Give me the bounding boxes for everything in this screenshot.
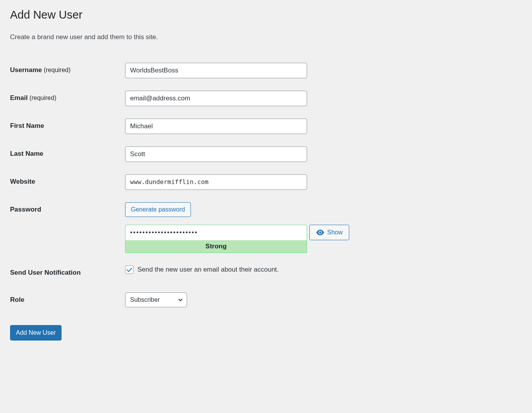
email-input[interactable]: [125, 91, 307, 106]
last-name-input[interactable]: [125, 146, 307, 162]
username-label: Username (required): [10, 57, 125, 84]
send-notification-text: Send the new user an email about their a…: [137, 266, 279, 274]
send-notification-label: Send User Notification: [10, 259, 125, 286]
last-name-label: Last Name: [10, 140, 125, 168]
page-description: Create a brand new user and add them to …: [10, 33, 522, 41]
role-label: Role: [10, 286, 125, 313]
send-notification-checkbox[interactable]: [125, 265, 134, 274]
show-password-button[interactable]: Show: [309, 225, 349, 240]
username-input[interactable]: [125, 63, 307, 78]
password-strength-indicator: Strong: [125, 240, 307, 253]
eye-icon: [316, 229, 324, 236]
email-label: Email (required): [10, 84, 125, 112]
website-label: Website: [10, 168, 125, 196]
role-select[interactable]: Subscriber: [125, 293, 187, 307]
username-required: (required): [44, 67, 70, 73]
password-input[interactable]: [125, 225, 307, 240]
user-form-table: Username (required) Email (required) Fir…: [10, 57, 522, 313]
first-name-input[interactable]: [125, 119, 307, 134]
password-label: Password: [10, 196, 125, 259]
first-name-label: First Name: [10, 112, 125, 140]
add-new-user-button[interactable]: Add New User: [10, 325, 62, 341]
show-button-label: Show: [327, 229, 343, 236]
page-title: Add New User: [10, 8, 522, 22]
email-required: (required): [29, 95, 56, 101]
website-input[interactable]: [125, 174, 307, 190]
generate-password-button[interactable]: Generate password: [125, 202, 191, 217]
